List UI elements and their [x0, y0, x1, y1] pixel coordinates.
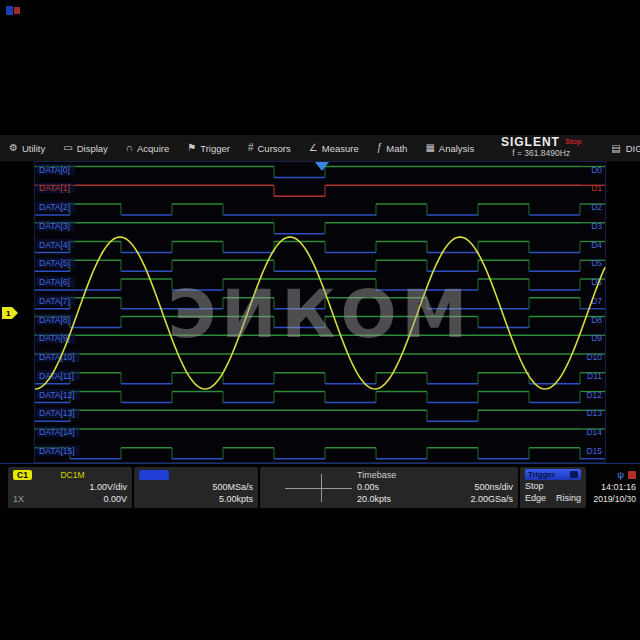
descriptor-bar: C1 DC1M 1.00V/div 1X 0.00V 500MSa/s 5.00…	[0, 463, 640, 511]
menu-item-utility[interactable]: ⚙Utility	[0, 135, 54, 161]
trigger-title: Trigger	[528, 470, 555, 479]
menu-bar: ⚙Utility▭Display∩Acquire⚑Trigger#Cursors…	[0, 135, 640, 162]
measure-icon: ∠	[309, 143, 318, 153]
channel1-descriptor[interactable]: C1 DC1M 1.00V/div 1X 0.00V	[8, 467, 132, 508]
frequency-counter: f = 361.8490Hz	[487, 148, 595, 159]
analysis-icon: ▦	[425, 143, 434, 153]
trigger-header: Trigger	[525, 469, 581, 480]
system-date: 2019/10/30	[593, 493, 636, 505]
clock-box: ψ 14:01:16 2019/10/30	[588, 467, 638, 508]
system-time: 14:01:16	[601, 481, 636, 493]
corner-artifact	[6, 6, 22, 16]
menu-item-measure[interactable]: ∠Measure	[300, 135, 368, 161]
channel1-coupling: DC1M	[60, 469, 84, 481]
channel1-position-marker[interactable]	[2, 307, 18, 319]
channel1-offset: 0.00V	[103, 493, 127, 505]
digital-sample-rate: 500MSa/s	[139, 481, 253, 493]
menu-item-trigger[interactable]: ⚑Trigger	[178, 135, 239, 161]
channel1-badge: C1	[13, 470, 32, 480]
menu-item-math[interactable]: ƒMath	[368, 135, 417, 161]
acquisition-status: Stop	[565, 137, 582, 146]
usb-icon: ψ	[618, 470, 624, 480]
timebase-delay: 0.00s	[357, 481, 379, 493]
channel1-scale: 1.00V/div	[13, 481, 127, 493]
network-icon	[628, 471, 636, 479]
timebase-rate: 2.00GSa/s	[470, 493, 513, 505]
menu-item-label: Utility	[22, 143, 45, 154]
channel1-probe: 1X	[13, 493, 24, 505]
menu-item-analysis[interactable]: ▦Analysis	[416, 135, 483, 161]
chip-icon: ▤	[611, 143, 620, 154]
menu-item-label: Measure	[322, 143, 359, 154]
menu-item-display[interactable]: ▭Display	[54, 135, 117, 161]
menu-item-label: Trigger	[200, 143, 230, 154]
menu-item-label: Display	[77, 143, 108, 154]
gear-icon: ⚙	[9, 143, 18, 153]
menu-item-cursors[interactable]: #Cursors	[239, 135, 300, 161]
menu-item-label: Acquire	[137, 143, 169, 154]
trigger-type: Edge	[525, 492, 546, 504]
acquire-icon: ∩	[126, 143, 133, 153]
trigger-status: Stop	[525, 480, 544, 492]
menu-item-label: Cursors	[258, 143, 291, 154]
digital-badge	[139, 470, 169, 480]
digital-memory-depth: 5.00kpts	[139, 493, 253, 505]
menu-item-label: Analysis	[439, 143, 474, 154]
waveform-grid[interactable]	[35, 162, 605, 462]
channel1-position-label: 1	[6, 309, 11, 318]
trigger-descriptor[interactable]: Trigger Stop Edge Rising	[520, 467, 586, 508]
cursors-icon: #	[248, 143, 254, 153]
flag-icon: ⚑	[187, 143, 196, 153]
menu-item-acquire[interactable]: ∩Acquire	[117, 135, 178, 161]
timebase-title: Timebase	[357, 469, 396, 481]
trigger-slope: Rising	[556, 492, 581, 504]
brand-logo: SIGLENT	[501, 137, 560, 148]
math-icon: ƒ	[377, 143, 383, 153]
menu-item-digital[interactable]: ▤ DIGITAL	[599, 143, 640, 154]
display-icon: ▭	[63, 143, 72, 153]
brand-block: SIGLENT Stop f = 361.8490Hz	[483, 137, 599, 159]
menu-items-container: ⚙Utility▭Display∩Acquire⚑Trigger#Cursors…	[0, 135, 483, 161]
timebase-depth: 20.0kpts	[357, 493, 391, 505]
menu-item-label: Math	[386, 143, 407, 154]
trigger-source-swatch	[570, 471, 578, 478]
oscilloscope-screen: ⚙Utility▭Display∩Acquire⚑Trigger#Cursors…	[0, 0, 640, 640]
timebase-scale: 500ns/div	[474, 481, 513, 493]
timebase-descriptor[interactable]: Timebase 0.00s 500ns/div 20.0kpts 2.00GS…	[352, 467, 518, 508]
digital-descriptor[interactable]: 500MSa/s 5.00kpts	[134, 467, 258, 508]
